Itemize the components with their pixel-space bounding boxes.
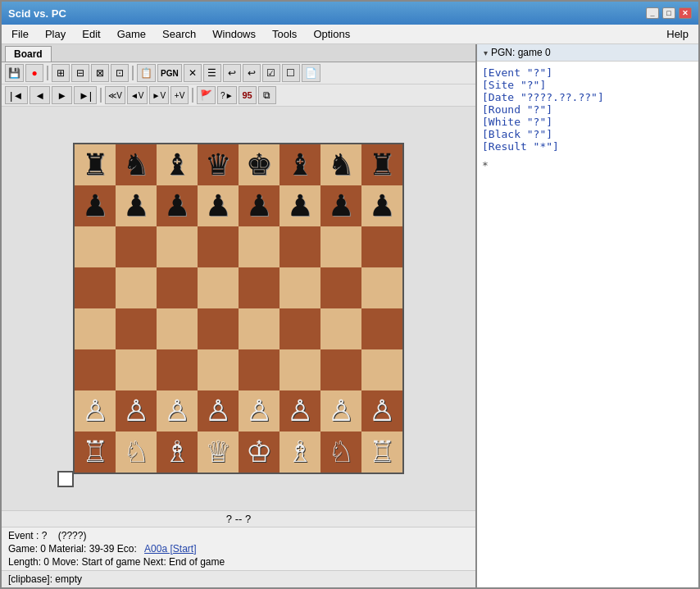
chess-cell-1-1[interactable]: ♟ [116,185,157,226]
chess-cell-6-0[interactable]: ♙ [75,390,116,431]
chess-cell-0-7[interactable]: ♜ [361,144,402,185]
tb-varprevstep[interactable]: ◄V [127,86,148,104]
chess-cell-5-5[interactable] [280,349,320,390]
chess-cell-1-2[interactable]: ♟ [157,185,198,226]
tb-varprev[interactable]: ≪V [105,86,125,104]
close-button[interactable]: ✕ [679,7,692,19]
tb-flipboard[interactable]: ⊞ [52,64,70,82]
tb-notation[interactable]: 📋 [137,64,156,82]
chess-cell-7-6[interactable]: ♘ [320,431,361,473]
tb-end[interactable]: ►| [74,86,97,104]
chess-cell-5-0[interactable] [75,349,116,390]
chess-cell-3-4[interactable] [239,267,280,308]
tb-undo[interactable]: ↩ [223,64,241,82]
tb-flag[interactable]: 🚩 [197,86,216,104]
chess-cell-7-7[interactable]: ♖ [361,431,402,473]
chess-cell-4-5[interactable] [280,308,320,349]
chess-cell-1-6[interactable]: ♟ [320,185,361,226]
chess-cell-5-6[interactable] [320,349,361,390]
tb-varnextstep[interactable]: ►V [149,86,170,104]
chess-cell-5-3[interactable] [198,349,239,390]
tb-hint[interactable]: ?► [217,86,236,104]
tab-board[interactable]: Board [5,46,52,62]
chess-cell-7-4[interactable]: ♔ [239,431,280,473]
chess-cell-6-6[interactable]: ♙ [320,390,361,431]
chess-cell-7-0[interactable]: ♖ [75,431,116,473]
chess-cell-0-1[interactable]: ♞ [116,144,157,185]
status-eco-link[interactable]: A00a [Start] [144,543,196,555]
chess-cell-3-0[interactable] [75,267,116,308]
chess-cell-0-2[interactable]: ♝ [157,144,198,185]
chess-cell-2-3[interactable] [198,226,239,267]
chess-cell-3-1[interactable] [116,267,157,308]
chess-cell-2-1[interactable] [116,226,157,267]
chess-cell-3-7[interactable] [361,267,402,308]
chess-cell-3-5[interactable] [280,267,320,308]
chess-cell-0-6[interactable]: ♞ [320,144,361,185]
chess-cell-0-0[interactable]: ♜ [75,144,116,185]
chess-cell-7-3[interactable]: ♕ [198,431,239,473]
tb-check[interactable]: ☑ [262,64,280,82]
menu-windows[interactable]: Windows [206,26,262,42]
chess-cell-6-1[interactable]: ♙ [116,390,157,431]
chess-cell-4-2[interactable] [157,308,198,349]
tb-uncheck[interactable]: ☐ [282,64,300,82]
tb-prev[interactable]: ◄ [30,86,50,104]
chess-cell-0-5[interactable]: ♝ [280,144,320,185]
tb-next-game[interactable]: ⊠ [91,64,109,82]
chess-cell-5-2[interactable] [157,349,198,390]
minimize-button[interactable]: _ [646,7,659,19]
chess-cell-4-0[interactable] [75,308,116,349]
tb-score[interactable]: 95 [239,86,257,104]
chess-cell-2-7[interactable] [361,226,402,267]
menu-help[interactable]: Help [660,26,695,42]
menu-game[interactable]: Game [111,26,152,42]
chess-cell-4-7[interactable] [361,308,402,349]
chess-cell-0-3[interactable]: ♛ [198,144,239,185]
tb-pgn[interactable]: PGN [157,64,182,82]
chess-cell-6-5[interactable]: ♙ [280,390,320,431]
tb-close-game[interactable]: ✕ [184,64,202,82]
chess-cell-3-2[interactable] [157,267,198,308]
chess-cell-3-3[interactable] [198,267,239,308]
chess-cell-1-0[interactable]: ♟ [75,185,116,226]
chess-cell-5-4[interactable] [239,349,280,390]
menu-options[interactable]: Options [307,26,357,42]
menu-search[interactable]: Search [156,26,202,42]
tb-next[interactable]: ► [52,86,72,104]
chess-cell-7-2[interactable]: ♗ [157,431,198,473]
tb-copy[interactable]: 📄 [302,64,320,82]
chess-cell-1-3[interactable]: ♟ [198,185,239,226]
chess-cell-2-5[interactable] [280,226,320,267]
chess-cell-3-6[interactable] [320,267,361,308]
tb-prev-game[interactable]: ⊟ [71,64,89,82]
tb-varnext[interactable]: +V [170,86,189,104]
chess-cell-5-7[interactable] [361,349,402,390]
chess-cell-1-4[interactable]: ♟ [239,185,280,226]
chess-cell-1-7[interactable]: ♟ [361,185,402,226]
chess-cell-4-1[interactable] [116,308,157,349]
menu-file[interactable]: File [5,26,35,42]
chess-cell-0-4[interactable]: ♚ [239,144,280,185]
menu-tools[interactable]: Tools [266,26,303,42]
chess-cell-5-1[interactable] [116,349,157,390]
chess-cell-7-1[interactable]: ♘ [116,431,157,473]
chess-cell-2-0[interactable] [75,226,116,267]
menu-edit[interactable]: Edit [75,26,107,42]
chess-cell-1-5[interactable]: ♟ [280,185,320,226]
tb-clone[interactable]: ⧉ [258,86,276,104]
chess-cell-4-6[interactable] [320,308,361,349]
chess-cell-2-2[interactable] [157,226,198,267]
tb-jump[interactable]: ⊡ [111,64,129,82]
chess-cell-6-4[interactable]: ♙ [239,390,280,431]
chess-cell-6-3[interactable]: ♙ [198,390,239,431]
tb-redo[interactable]: ↩ [243,64,261,82]
chess-cell-2-6[interactable] [320,226,361,267]
chess-cell-6-2[interactable]: ♙ [157,390,198,431]
tb-start[interactable]: |◄ [5,86,28,104]
chess-board[interactable]: ♜♞♝♛♚♝♞♜♟♟♟♟♟♟♟♟♙♙♙♙♙♙♙♙♖♘♗♕♔♗♘♖ [73,143,404,474]
chess-cell-4-3[interactable] [198,308,239,349]
tb-save[interactable]: 💾 [5,64,24,82]
menu-play[interactable]: Play [39,26,72,42]
maximize-button[interactable]: □ [662,7,675,19]
